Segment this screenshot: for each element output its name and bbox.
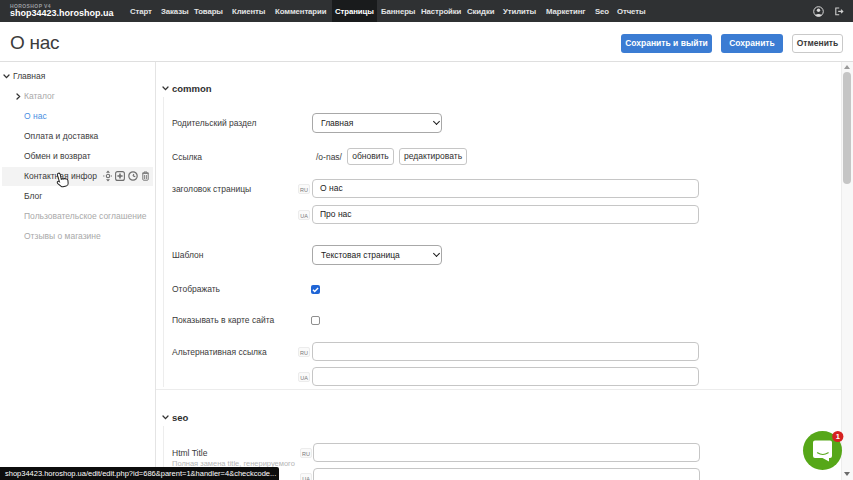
svg-text:1: 1 [836,432,840,441]
